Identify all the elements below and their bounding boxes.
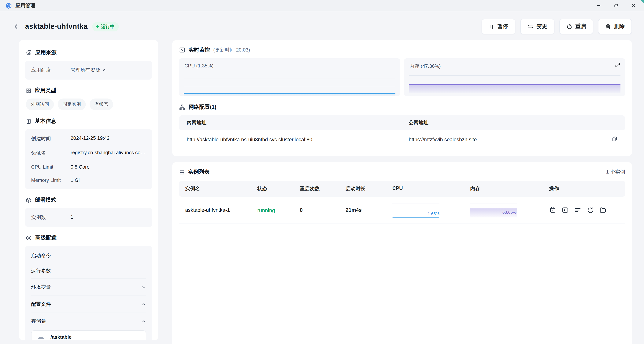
internal-address: http://asktable-uhfvntka.ns-uiu3nthd.svc… — [187, 137, 409, 142]
pause-button[interactable]: 暂停 — [482, 19, 515, 34]
gear-icon — [26, 235, 32, 241]
memory-area-fill — [409, 85, 620, 93]
chevron-up-icon — [141, 319, 146, 324]
cpu-line-series — [184, 93, 396, 94]
basic-row-image: 镜像名 registry.cn-shanghai.aliyuncs.com/da… — [31, 146, 146, 160]
basic-row-memory-limit: Memory Limit 1 Gi — [31, 173, 146, 187]
folder-icon[interactable] — [599, 206, 606, 214]
chevron-down-icon — [141, 285, 146, 290]
copy-icon[interactable] — [612, 136, 618, 143]
window-titlebar: 应用管理 — [0, 0, 644, 11]
manage-resources-link[interactable]: 管理所有资源 — [70, 67, 106, 73]
section-app-type: 应用类型 — [26, 87, 152, 94]
instance-cpu-value: 1.65% — [428, 211, 440, 216]
target-icon — [26, 50, 32, 56]
memory-line-series — [409, 84, 620, 85]
deploy-mode-panel: 实例数 1 — [25, 208, 152, 227]
chevron-up-icon — [141, 302, 146, 307]
network-table-header: 内网地址 公网地址 — [179, 115, 625, 130]
activity-icon — [179, 47, 185, 53]
window-title: 应用管理 — [16, 2, 35, 9]
run-args-item: 运行参数 — [31, 263, 146, 278]
col-restarts: 重启次数 — [300, 185, 346, 192]
document-icon — [26, 118, 32, 124]
col-instance-name: 实例名 — [185, 185, 257, 192]
pod-details-icon[interactable] — [549, 206, 556, 214]
col-external-address: 公网地址 — [409, 119, 604, 126]
col-internal-address: 内网地址 — [187, 119, 409, 126]
back-button[interactable] — [12, 22, 20, 31]
external-link-arrow-icon — [102, 68, 106, 72]
close-icon[interactable] — [630, 2, 636, 8]
monitor-title: 实时监控 — [188, 47, 210, 53]
instance-count: 1 个实例 — [606, 169, 625, 175]
launch-command-item: 启动命令 — [31, 248, 146, 263]
instance-cpu-sparkline: 1.65% — [392, 201, 442, 219]
restart-pod-icon[interactable] — [587, 206, 594, 214]
instance-restarts: 0 — [300, 207, 346, 213]
desktop-corner-accent — [640, 0, 644, 3]
section-app-source: 应用来源 — [26, 49, 152, 56]
network-icon — [179, 104, 185, 110]
external-address[interactable]: https://mtzfvvih.sealoshzh.site — [409, 137, 604, 142]
network-table-row: http://asktable-uhfvntka.ns-uiu3nthd.svc… — [179, 130, 625, 149]
delete-button[interactable]: 删除 — [598, 19, 632, 34]
restart-icon — [566, 24, 572, 29]
monitor-network-card: 实时监控 (更新时间 20:03) CPU (1.35%) 内存 (47.36%… — [172, 40, 632, 156]
tag-fixed-instance: 固定实例 — [58, 99, 86, 110]
instances-table-header: 实例名 状态 重启次数 启动时长 CPU 内存 操作 — [179, 181, 625, 197]
app-logo-icon — [5, 2, 12, 9]
col-status: 状态 — [257, 185, 300, 192]
env-vars-toggle[interactable]: 环境变量 — [31, 278, 146, 296]
status-badge: 运行中 — [92, 22, 119, 31]
instances-header: 实例列表 — [179, 169, 210, 175]
basic-row-cpu-limit: CPU Limit 0.5 Core — [31, 160, 146, 173]
instance-uptime: 21m4s — [346, 207, 392, 213]
restore-icon[interactable] — [613, 2, 619, 8]
restart-button[interactable]: 重启 — [559, 19, 593, 34]
app-window: 应用管理 asktable-uhfvntka 运行中 暂停 — [0, 0, 644, 344]
cpu-chart-title: CPU (1.35%) — [184, 63, 214, 69]
change-button[interactable]: 变更 — [520, 19, 554, 34]
hard-drive-icon — [36, 335, 46, 340]
tag-stateful: 有状态 — [90, 99, 113, 110]
status-dot-icon — [96, 25, 99, 28]
swap-arrows-icon — [528, 23, 534, 29]
tag-external-access: 外网访问 — [26, 99, 54, 110]
advanced-config-panel: 启动命令 运行参数 环境变量 配置文件 存储卷 /asktabl — [25, 246, 152, 340]
volume-card: /asktable 1 Gi — [31, 330, 146, 340]
section-deploy-mode: 部署模式 — [26, 197, 152, 203]
instance-actions — [549, 206, 619, 214]
instance-status: running — [257, 207, 300, 213]
monitor-updated: (更新时间 20:03) — [213, 47, 250, 53]
config-file-toggle[interactable]: 配置文件 — [31, 296, 146, 313]
page-title: asktable-uhfvntka — [25, 22, 88, 31]
page-header: asktable-uhfvntka 运行中 暂停 变更 重启 删除 — [0, 11, 644, 39]
network-table: 内网地址 公网地址 http://asktable-uhfvntka.ns-ui… — [179, 115, 625, 149]
instance-name: asktable-uhfvntka-1 — [185, 207, 257, 213]
instances-title: 实例列表 — [188, 169, 210, 175]
minimize-icon[interactable] — [596, 2, 602, 8]
memory-chart: 内存 (47.36%) — [404, 58, 625, 96]
col-uptime: 启动时长 — [346, 185, 392, 192]
status-label: 运行中 — [101, 23, 114, 30]
col-actions: 操作 — [549, 185, 619, 192]
cpu-area-fill — [184, 94, 396, 96]
col-memory: 内存 — [470, 185, 549, 192]
section-advanced-config: 高级配置 — [26, 234, 152, 241]
app-source-panel: 应用商店 管理所有资源 — [25, 61, 152, 80]
list-icon — [179, 169, 185, 175]
cpu-gridline — [184, 86, 396, 86]
expand-icon[interactable] — [615, 62, 620, 69]
deploy-row-replicas: 实例数 1 — [31, 210, 146, 225]
logs-icon[interactable] — [574, 206, 582, 214]
terminal-icon[interactable] — [562, 206, 569, 214]
storage-volume-toggle[interactable]: 存储卷 — [31, 313, 146, 330]
section-basic-info: 基本信息 — [26, 118, 152, 125]
instance-memory-value: 68.65% — [502, 210, 516, 214]
network-title: 网络配置(1) — [188, 104, 216, 111]
col-cpu: CPU — [392, 185, 470, 192]
monitor-header: 实时监控 (更新时间 20:03) — [179, 47, 625, 53]
basic-info-panel: 创建时间 2024-12-25 19:42 镜像名 registry.cn-sh… — [25, 129, 152, 189]
instance-row: asktable-uhfvntka-1 running 0 21m4s 1.65… — [179, 197, 625, 224]
